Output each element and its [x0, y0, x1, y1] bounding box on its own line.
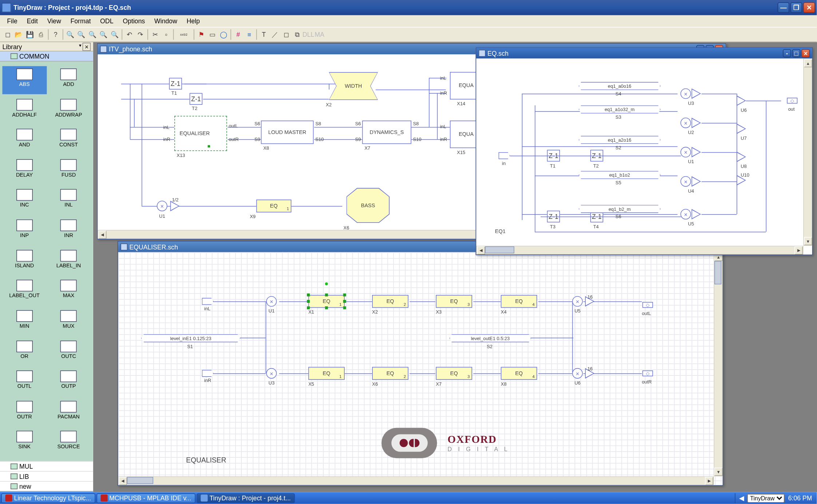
- eq-x2[interactable]: EQ: [372, 295, 408, 308]
- eq-port-out[interactable]: [787, 98, 797, 103]
- add-u7[interactable]: [737, 123, 746, 134]
- flag-icon[interactable]: ⚑: [196, 29, 206, 40]
- zoom-area-icon[interactable]: 🔍: [98, 29, 109, 40]
- tree-mul[interactable]: MUL: [0, 461, 93, 471]
- minimize-button[interactable]: —: [778, 2, 789, 13]
- palette-item-const[interactable]: CONST: [47, 126, 91, 154]
- eq-x7[interactable]: EQ: [436, 367, 472, 380]
- cut-icon[interactable]: ✂: [150, 29, 160, 40]
- palette-item-label_in[interactable]: LABEL_IN: [47, 247, 91, 275]
- menu-format[interactable]: Format: [66, 16, 96, 26]
- shape-icon[interactable]: ◻: [281, 29, 291, 40]
- coeff-s2[interactable]: eq1_a2o16: [579, 136, 660, 144]
- window-eq[interactable]: EQ.sch -□× in Z-1 T1 Z-1 T2 Z-1 T3 Z-1 T: [475, 47, 813, 255]
- eq-canvas[interactable]: in Z-1 T1 Z-1 T2 Z-1 T3 Z-1 T4 eq1_a0o16…: [476, 59, 812, 255]
- palette-item-source[interactable]: SOURCE: [47, 429, 91, 457]
- open-icon[interactable]: 📂: [13, 29, 24, 40]
- eq-close[interactable]: ×: [802, 49, 810, 57]
- mult-u1[interactable]: ×: [157, 201, 167, 211]
- palette-item-max[interactable]: MAX: [47, 277, 91, 306]
- eq-port-in[interactable]: [498, 152, 510, 159]
- mult-u1-eq[interactable]: ×: [266, 296, 277, 307]
- equaliser-canvas[interactable]: inL inR outL outR × U1 × U3 × U5 × U6 16…: [118, 252, 723, 485]
- palette-item-pacman[interactable]: PACMAN: [47, 398, 91, 426]
- palette-item-label_out[interactable]: LABEL_OUT: [2, 277, 46, 306]
- save-icon[interactable]: 💾: [24, 29, 35, 40]
- tray-icon[interactable]: ◀: [739, 494, 744, 502]
- block-eq-x9[interactable]: EQ: [256, 200, 291, 212]
- rect-icon[interactable]: ▭: [207, 29, 218, 40]
- pin-icon[interactable]: ▾: [79, 43, 81, 51]
- menu-options[interactable]: Options: [118, 16, 150, 26]
- block-loudmaster[interactable]: LOUD MASTER: [261, 121, 314, 144]
- palette-item-min[interactable]: MIN: [2, 308, 46, 336]
- coeff-level-in[interactable]: level_inE1 0.125:23: [141, 334, 240, 342]
- palette-item-inl[interactable]: INL: [47, 187, 91, 215]
- eq-max[interactable]: □: [792, 49, 800, 57]
- eqs-sc-up[interactable]: ▲: [804, 59, 812, 67]
- menu-edit[interactable]: Edit: [22, 16, 43, 26]
- palette-item-addwrap[interactable]: ADDWRAP: [47, 97, 91, 125]
- palette-item-outp[interactable]: OUTP: [47, 368, 91, 396]
- xx-icon[interactable]: xx92: [175, 29, 192, 40]
- coeff-s3[interactable]: eq1_a1o32_m: [579, 105, 660, 113]
- tray-select[interactable]: TinyDraw: [747, 494, 785, 503]
- taskbar-ltspice[interactable]: Linear Technology LTspic...: [1, 493, 95, 503]
- library-close-button[interactable]: ×: [83, 43, 91, 51]
- taskbar-tinydraw[interactable]: TinyDraw : Project - proj4.t...: [197, 493, 295, 503]
- palette-item-outr[interactable]: OUTR: [2, 398, 46, 426]
- text-icon[interactable]: T: [258, 29, 269, 40]
- tree-common[interactable]: COMMON: [0, 51, 93, 61]
- window-equaliser[interactable]: EQUALISER.sch inL: [118, 241, 723, 486]
- comp-icon[interactable]: ⧉: [292, 29, 303, 40]
- add-u6[interactable]: [737, 95, 746, 106]
- mult-u3[interactable]: ×: [680, 88, 691, 99]
- delay-t2[interactable]: Z-1: [190, 93, 202, 105]
- eq-x8[interactable]: EQ: [501, 367, 537, 380]
- line-icon[interactable]: ／: [270, 29, 280, 40]
- palette-item-sink[interactable]: SINK: [2, 429, 46, 457]
- eqs-sc-down[interactable]: ▼: [804, 237, 812, 245]
- eqs-sc-right[interactable]: ▶: [794, 247, 802, 255]
- palette-item-delay[interactable]: DELAY: [2, 157, 46, 185]
- palette-item-inr[interactable]: INR: [47, 217, 91, 245]
- eqs-sc-left[interactable]: ◀: [477, 247, 485, 255]
- eq-min[interactable]: -: [783, 49, 791, 57]
- palette-item-or[interactable]: OR: [2, 338, 46, 366]
- eq-sc-down[interactable]: ▼: [714, 468, 722, 476]
- palette-item-inp[interactable]: INP: [2, 217, 46, 245]
- mult-u5-eq[interactable]: ×: [572, 296, 583, 307]
- port-outr[interactable]: [642, 370, 653, 376]
- menu-odl[interactable]: ODL: [95, 16, 118, 26]
- zoom-fit-icon[interactable]: 🔍: [87, 29, 98, 40]
- mult-u5[interactable]: ×: [680, 209, 691, 220]
- hash-icon[interactable]: #: [233, 29, 244, 40]
- mult-u2[interactable]: ×: [680, 118, 691, 128]
- menu-window[interactable]: Window: [150, 16, 182, 26]
- add-u8[interactable]: [737, 151, 746, 162]
- menu-view[interactable]: View: [43, 16, 66, 26]
- palette-item-outc[interactable]: OUTC: [47, 338, 91, 366]
- palette-item-abs[interactable]: ABS: [2, 66, 46, 94]
- tree-lib[interactable]: LIB: [0, 471, 93, 481]
- block-bass[interactable]: BASS: [347, 188, 389, 222]
- zoom-in-icon[interactable]: 🔍: [65, 29, 75, 40]
- menu-help[interactable]: Help: [182, 16, 205, 26]
- palette-item-island[interactable]: ISLAND: [2, 247, 46, 275]
- eq-title-bar[interactable]: EQ.sch -□×: [476, 48, 812, 59]
- zoom-out-icon[interactable]: 🔍: [76, 29, 87, 40]
- help-icon[interactable]: ?: [50, 29, 61, 40]
- delay-t1[interactable]: Z-1: [169, 78, 182, 90]
- eq-x3[interactable]: EQ: [436, 295, 472, 308]
- port-inr[interactable]: [202, 370, 213, 377]
- menu-file[interactable]: File: [2, 16, 22, 26]
- coeff-level-out[interactable]: level_outE1 0.5:23: [449, 334, 531, 342]
- palette-item-addhalf[interactable]: ADDHALF: [2, 97, 46, 125]
- circle-icon[interactable]: ◯: [218, 29, 229, 40]
- eq-x6[interactable]: EQ: [372, 367, 408, 380]
- tool-a-icon[interactable]: ▫: [161, 29, 171, 40]
- align-icon[interactable]: ≡: [244, 29, 254, 40]
- zoom-100-icon[interactable]: 🔍: [110, 29, 120, 40]
- dll-icon[interactable]: DLL: [303, 29, 313, 40]
- block-dynamics[interactable]: DYNAMICS_S: [362, 121, 411, 144]
